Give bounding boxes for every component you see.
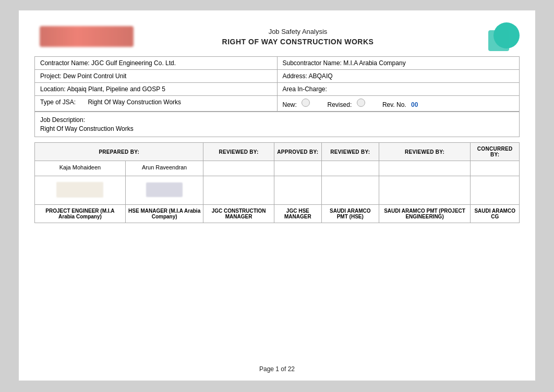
role-4: JGC HSE MANAGER (276, 208, 319, 219)
header-reviewed-by-2: REVIEWED BY: (321, 143, 379, 161)
sig-images-row (35, 176, 520, 205)
page-number: Page 1 of 22 (259, 365, 295, 373)
document-page: Job Safety Analysis RIGHT OF WAY CONSTRU… (19, 10, 535, 381)
revised-circle (357, 99, 365, 107)
new-revised-cell: New: Revised: Rev. No. 00 (278, 96, 520, 112)
type-jsa-cell: Type of JSA: Right Of Way Construction W… (35, 96, 278, 112)
sig-role-6: SAUDI ARAMCO PMT (PROJECT ENGINEERING) (379, 205, 471, 223)
document-header: Job Safety Analysis RIGHT OF WAY CONSTRU… (34, 21, 520, 52)
project-label: Project: (40, 72, 62, 80)
sig-placeholder-2 (146, 182, 183, 197)
signatures-table: PREPARED BY: REVIEWED BY: APPROVED BY: R… (34, 142, 520, 223)
contractor-cell: Contractor Name: JGC Gulf Engineering Co… (35, 57, 278, 70)
location-label: Location: (40, 85, 66, 93)
sig-name-7 (471, 161, 520, 176)
header-approved-by: APPROVED BY: (274, 143, 321, 161)
new-label: New: (283, 101, 297, 108)
title-sub: RIGHT OF WAY CONSTRUCTION WORKS (139, 38, 457, 46)
role-3: JGC CONSTRUCTION MANAGER (206, 208, 271, 219)
row-contractor: Contractor Name: JGC Gulf Engineering Co… (35, 57, 519, 70)
contractor-label: Contractor Name: (40, 59, 90, 67)
job-desc-label: Job Description: (40, 116, 514, 124)
role-1: PROJECT ENGINEER (M.I.A Arabia Company) (37, 208, 123, 219)
sig-roles-row: PROJECT ENGINEER (M.I.A Arabia Company) … (35, 205, 520, 223)
logo-square (488, 30, 509, 51)
logo-right (457, 21, 520, 52)
subcontractor-value: M.I.A Arabia Company (343, 59, 405, 67)
sig-name-6 (379, 161, 471, 176)
row-location: Location: Abqaiq Plant, Pipeline and GOS… (35, 83, 519, 96)
sig-role-7: SAUDI ARAMCO CG (471, 205, 520, 223)
sig-role-4: JGC HSE MANAGER (274, 205, 321, 223)
logo-left (34, 23, 139, 50)
header-concurred-by: CONCURRED BY: (471, 143, 520, 161)
project-value: Dew Point Control Unit (63, 72, 126, 80)
sig-name-3 (203, 161, 274, 176)
header-prepared-by: PREPARED BY: (35, 143, 203, 161)
location-cell: Location: Abqaiq Plant, Pipeline and GOS… (35, 83, 278, 96)
signatures-header-row: PREPARED BY: REVIEWED BY: APPROVED BY: R… (35, 143, 520, 161)
sig-img-cell-3 (203, 176, 274, 205)
address-cell: Address: ABQAIQ (278, 70, 520, 83)
sig-name-4 (274, 161, 321, 176)
logo-left-image (40, 26, 134, 47)
title-main: Job Safety Analysis (139, 28, 457, 35)
job-description-row: Job Description: Right Of Way Constructi… (35, 112, 519, 137)
row-type-jsa: Type of JSA: Right Of Way Construction W… (35, 96, 519, 112)
header-reviewed-by-1: REVIEWED BY: (203, 143, 274, 161)
sig-img-cell-2 (125, 176, 203, 205)
sig-role-5: SAUDI ARAMCO PMT (HSE) (321, 205, 379, 223)
job-desc-value: Right Of Way Construction Works (40, 125, 514, 132)
sig-image-2 (128, 179, 201, 200)
address-label: Address: (283, 72, 307, 80)
role-6: SAUDI ARAMCO PMT (PROJECT ENGINEERING) (381, 208, 468, 219)
sig-names-row: Kaja Mohaideen Arun Raveendran (35, 161, 520, 176)
contractor-value: JGC Gulf Engineering Co. Ltd. (91, 59, 176, 67)
sig-image-1 (37, 179, 123, 200)
logo-right-image (488, 22, 520, 51)
type-jsa-value: Right Of Way Construction Works (88, 99, 181, 106)
sig-name-2: Arun Raveendran (125, 161, 203, 176)
row-project: Project: Dew Point Control Unit Address:… (35, 70, 519, 83)
role-5: SAUDI ARAMCO PMT (HSE) (324, 208, 377, 219)
page-footer: Page 1 of 22 (19, 365, 535, 373)
sig-role-1: PROJECT ENGINEER (M.I.A Arabia Company) (35, 205, 126, 223)
sig-role-2: HSE MANAGER (M.I.A Arabia Company) (125, 205, 203, 223)
header-reviewed-by-3: REVIEWED BY: (379, 143, 471, 161)
sig-placeholder-1 (56, 182, 103, 198)
sig-img-cell-5 (321, 176, 379, 205)
rev-no-value: 00 (411, 101, 418, 108)
sig-img-cell-6 (379, 176, 471, 205)
revised-label: Revised: (328, 101, 352, 108)
name-arun: Arun Raveendran (128, 164, 201, 170)
name-kaja: Kaja Mohaideen (37, 164, 123, 170)
type-jsa-label: Type of JSA: (40, 99, 76, 106)
sig-img-cell-7 (471, 176, 520, 205)
sig-name-5 (321, 161, 379, 176)
role-7: SAUDI ARAMCO CG (473, 208, 517, 219)
sig-name-1: Kaja Mohaideen (35, 161, 126, 176)
new-circle (302, 99, 310, 107)
area-in-charge-cell: Area In-Charge: (278, 83, 520, 96)
rev-no-label: Rev. No. (382, 101, 406, 108)
role-2: HSE MANAGER (M.I.A Arabia Company) (128, 208, 201, 219)
header-center: Job Safety Analysis RIGHT OF WAY CONSTRU… (139, 28, 457, 46)
sig-img-cell-1 (35, 176, 126, 205)
subcontractor-cell: Subcontractor Name: M.I.A Arabia Company (278, 57, 520, 70)
sig-role-3: JGC CONSTRUCTION MANAGER (203, 205, 274, 223)
project-cell: Project: Dew Point Control Unit (35, 70, 278, 83)
address-value: ABQAIQ (309, 72, 333, 80)
sig-img-cell-4 (274, 176, 321, 205)
info-section: Contractor Name: JGC Gulf Engineering Co… (34, 56, 520, 137)
area-in-charge-label: Area In-Charge: (283, 85, 327, 93)
location-value: Abqaiq Plant, Pipeline and GOSP 5 (67, 85, 165, 93)
subcontractor-label: Subcontractor Name: (283, 59, 342, 67)
